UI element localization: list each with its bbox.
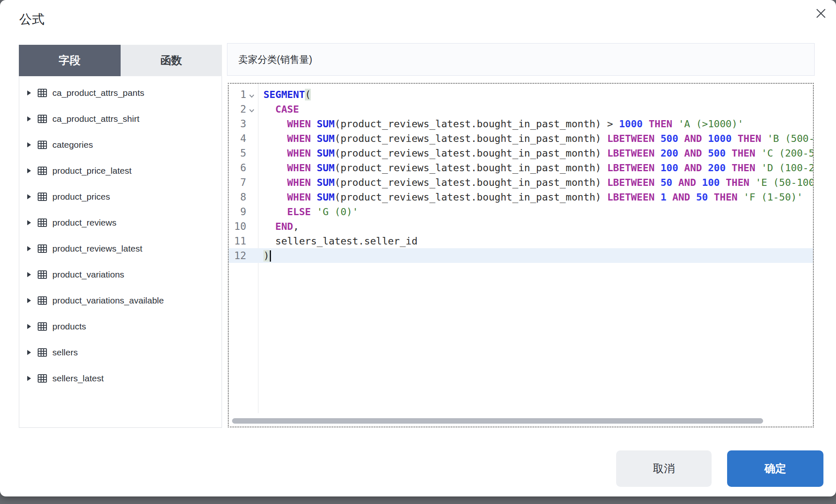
table-name-label: sellers_latest bbox=[52, 373, 104, 383]
expand-caret-icon[interactable] bbox=[27, 194, 31, 200]
line-number-gutter: 4 bbox=[229, 133, 258, 144]
code-line: WHEN SUM(product_reviews_latest.bought_i… bbox=[258, 191, 803, 203]
fields-tree-item[interactable]: categories bbox=[19, 132, 222, 158]
table-icon bbox=[37, 296, 47, 306]
code-row: 5 WHEN SUM(product_reviews_latest.bought… bbox=[229, 146, 813, 160]
code-rows: 1 SEGMENT( 2 CASE 3 WHEN SUM(product_rev… bbox=[229, 84, 813, 263]
table-icon bbox=[37, 347, 47, 357]
cancel-button[interactable]: 取消 bbox=[616, 450, 712, 487]
code-row: 9 ELSE 'G (0)' bbox=[229, 204, 813, 219]
fold-chevron-icon[interactable] bbox=[248, 91, 256, 98]
code-line: CASE bbox=[258, 103, 299, 115]
line-number-gutter: 7 bbox=[229, 177, 258, 188]
expand-caret-icon[interactable] bbox=[27, 298, 31, 303]
table-name-label: product_variations_available bbox=[52, 296, 164, 306]
close-button[interactable] bbox=[813, 5, 829, 22]
table-icon bbox=[37, 140, 47, 150]
expand-caret-icon[interactable] bbox=[27, 90, 31, 96]
table-name-label: product_reviews_latest bbox=[52, 244, 142, 254]
panel-tabs: 字段 函数 bbox=[19, 45, 222, 76]
code-row: 10 END, bbox=[229, 219, 813, 234]
line-number: 10 bbox=[234, 221, 246, 232]
fields-tree-item[interactable]: products bbox=[19, 314, 222, 339]
line-number: 12 bbox=[234, 250, 246, 262]
fields-tree: ca_product_attrs_pants ca_product_attrs_… bbox=[19, 76, 222, 391]
line-number: 6 bbox=[240, 162, 246, 174]
line-number-gutter: 12 bbox=[229, 250, 258, 262]
table-name-label: ca_product_attrs_pants bbox=[52, 88, 144, 98]
expand-caret-icon[interactable] bbox=[27, 220, 31, 226]
fields-tree-item[interactable]: product_prices bbox=[19, 184, 222, 210]
fields-tree-item[interactable]: sellers bbox=[19, 339, 222, 365]
expand-caret-icon[interactable] bbox=[27, 142, 31, 148]
code-line: WHEN SUM(product_reviews_latest.bought_i… bbox=[258, 147, 814, 159]
fields-tree-item[interactable]: product_variations bbox=[19, 262, 222, 288]
line-number-gutter: 1 bbox=[229, 89, 258, 100]
expand-caret-icon[interactable] bbox=[27, 272, 31, 278]
line-number-gutter: 5 bbox=[229, 147, 258, 159]
code-row: 3 WHEN SUM(product_reviews_latest.bought… bbox=[229, 116, 813, 131]
code-row: 2 CASE bbox=[229, 102, 813, 116]
code-line: WHEN SUM(product_reviews_latest.bought_i… bbox=[258, 118, 743, 130]
fold-chevron-icon[interactable] bbox=[248, 106, 256, 113]
expand-caret-icon[interactable] bbox=[27, 375, 31, 381]
tab-fields[interactable]: 字段 bbox=[19, 45, 121, 76]
fields-tree-item[interactable]: product_price_latest bbox=[19, 158, 222, 184]
line-number: 3 bbox=[240, 118, 246, 130]
code-line: END, bbox=[258, 221, 299, 232]
expand-caret-icon[interactable] bbox=[27, 350, 31, 355]
close-icon bbox=[815, 7, 827, 20]
table-icon bbox=[37, 192, 47, 202]
dialog-title: 公式 bbox=[19, 11, 44, 28]
code-line: sellers_latest.seller_id bbox=[258, 235, 418, 247]
fields-panel: 字段 函数 ca_product_attrs_pants c bbox=[19, 45, 222, 428]
fields-tree-item[interactable]: ca_product_attrs_shirt bbox=[19, 106, 222, 132]
expand-caret-icon[interactable] bbox=[27, 246, 31, 252]
confirm-button[interactable]: 确定 bbox=[727, 450, 823, 487]
horizontal-scrollbar-thumb[interactable] bbox=[232, 418, 763, 424]
table-name-label: sellers bbox=[52, 347, 78, 357]
line-number-gutter: 10 bbox=[229, 221, 258, 232]
code-line: ELSE 'G (0)' bbox=[258, 206, 358, 218]
fields-tree-item[interactable]: ca_product_attrs_pants bbox=[19, 80, 222, 106]
code-row: 4 WHEN SUM(product_reviews_latest.bought… bbox=[229, 131, 813, 146]
code-line: WHEN SUM(product_reviews_latest.bought_i… bbox=[258, 133, 814, 144]
code-line: SEGMENT( bbox=[258, 89, 311, 100]
line-number-gutter: 3 bbox=[229, 118, 258, 130]
table-name-label: product_variations bbox=[52, 270, 124, 280]
expand-caret-icon[interactable] bbox=[27, 324, 31, 329]
line-number: 9 bbox=[240, 206, 246, 218]
code-row: 7 WHEN SUM(product_reviews_latest.bought… bbox=[229, 175, 813, 190]
table-icon bbox=[37, 166, 47, 176]
line-number: 5 bbox=[240, 147, 246, 159]
table-icon bbox=[37, 88, 47, 98]
table-icon bbox=[37, 373, 47, 383]
line-number: 2 bbox=[240, 103, 246, 115]
tab-functions[interactable]: 函数 bbox=[121, 45, 222, 76]
expand-caret-icon[interactable] bbox=[27, 116, 31, 122]
line-number-gutter: 2 bbox=[229, 103, 258, 115]
fields-tree-item[interactable]: product_reviews_latest bbox=[19, 236, 222, 262]
line-number-gutter: 8 bbox=[229, 191, 258, 203]
formula-name-input[interactable] bbox=[227, 43, 815, 76]
fields-tree-item[interactable]: product_variations_available bbox=[19, 288, 222, 314]
table-name-label: product_prices bbox=[52, 192, 110, 202]
line-number: 7 bbox=[240, 177, 246, 188]
line-number: 1 bbox=[240, 89, 246, 100]
fields-tree-item[interactable]: product_reviews bbox=[19, 210, 222, 236]
text-cursor bbox=[270, 250, 271, 262]
table-icon bbox=[37, 218, 47, 228]
line-number: 11 bbox=[234, 235, 246, 247]
table-icon bbox=[37, 114, 47, 124]
table-name-label: product_reviews bbox=[52, 218, 116, 228]
table-icon bbox=[37, 244, 47, 254]
line-number: 4 bbox=[240, 133, 246, 144]
code-row: 12 ) bbox=[229, 248, 813, 263]
table-icon bbox=[37, 270, 47, 280]
code-row: 6 WHEN SUM(product_reviews_latest.bought… bbox=[229, 160, 813, 175]
code-row: 8 WHEN SUM(product_reviews_latest.bought… bbox=[229, 190, 813, 204]
expand-caret-icon[interactable] bbox=[27, 168, 31, 174]
line-number-gutter: 6 bbox=[229, 162, 258, 174]
formula-code-editor[interactable]: 1 SEGMENT( 2 CASE 3 WHEN SUM(product_rev… bbox=[228, 83, 814, 427]
fields-tree-item[interactable]: sellers_latest bbox=[19, 365, 222, 391]
